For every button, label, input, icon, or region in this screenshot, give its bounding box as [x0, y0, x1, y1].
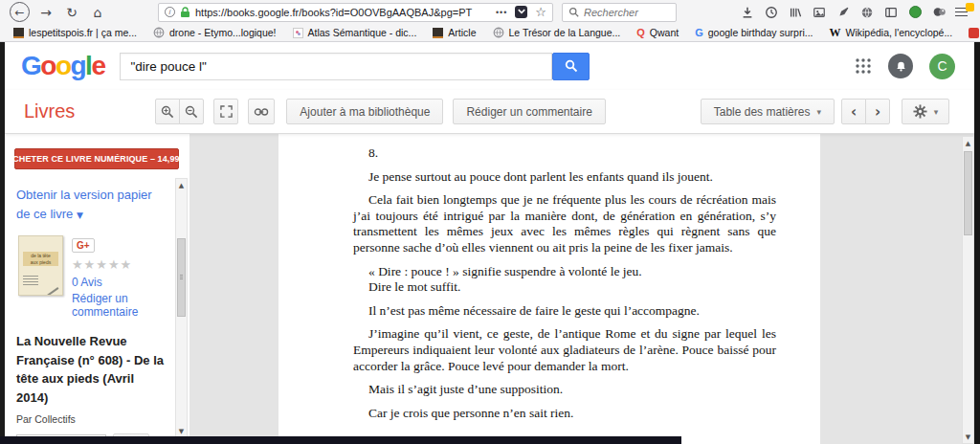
page-paragraph: « Dire : pouce ! » signifie suspendre à …: [353, 264, 776, 280]
bookmarks-bar: lespetitspois.fr | ça me... drone - Etym…: [0, 24, 980, 42]
settings-gear-button[interactable]: ▾: [902, 99, 949, 124]
bookmark-item[interactable]: Atlas Sémantique - dic...: [293, 27, 417, 38]
wikipedia-icon: W: [829, 26, 840, 40]
globe-extension-icon[interactable]: [859, 5, 875, 20]
site-info-icon[interactable]: i: [165, 7, 175, 17]
bookmark-item[interactable]: Du son pour vos proje...: [969, 27, 980, 38]
gear-icon: [913, 104, 927, 119]
bookmark-item[interactable]: QQwant: [636, 27, 679, 38]
window-bottom-edge: [0, 436, 681, 444]
triangle-down-icon: ▼: [77, 211, 83, 220]
scrollbar-thumb[interactable]: [177, 238, 186, 317]
globe-icon: [493, 27, 504, 38]
menu-icon[interactable]: [955, 5, 972, 20]
screenshot-extension-icon[interactable]: [812, 5, 827, 20]
add-to-library-button[interactable]: Ajouter à ma bibliothèque: [286, 99, 443, 124]
table-of-contents-dropdown[interactable]: Table des matières▾: [701, 99, 835, 124]
menu-badge: [966, 3, 974, 11]
buy-ebook-button[interactable]: ACHETER CE LIVRE NUMÉRIQUE – 14,99 €: [14, 148, 179, 169]
page-paragraph: Je pense surtout au pouce dont parlent l…: [353, 169, 776, 186]
sidebar-toggle-icon[interactable]: [883, 5, 899, 20]
library-icon[interactable]: [788, 5, 803, 20]
notes-extension-icon[interactable]: [835, 5, 851, 20]
main-area: ACHETER CE LIVRE NUMÉRIQUE – 14,99 € Obt…: [0, 134, 980, 444]
account-extension-icon[interactable]: [931, 5, 947, 20]
zoom-in-button[interactable]: [155, 99, 180, 124]
link-button[interactable]: [248, 99, 275, 124]
site-icon: [433, 28, 443, 38]
page-scrollbar[interactable]: ▲ ▼: [962, 136, 974, 444]
book-title: La Nouvelle Revue Française (n° 608) - D…: [16, 332, 165, 407]
bookmark-item[interactable]: WWikipédia, l'encyclopé...: [829, 26, 952, 40]
sidebar-scrollbar[interactable]: ▲ ▼: [175, 178, 188, 438]
home-button[interactable]: ⌂: [90, 6, 105, 19]
chevron-down-icon: ▾: [816, 107, 821, 117]
chevron-down-icon: ▾: [934, 107, 939, 117]
qwant-icon: Q: [636, 27, 645, 38]
site-icon: [13, 28, 24, 38]
search-icon: [568, 7, 579, 17]
gplus-share-button[interactable]: G+: [72, 238, 95, 253]
url-text[interactable]: https://books.google.fr/books?id=O0OVBgA…: [195, 7, 490, 18]
window-left-edge: [0, 42, 5, 444]
bookmark-item[interactable]: Article: [433, 27, 476, 38]
google-icon: G: [695, 27, 703, 38]
history-icon[interactable]: [764, 5, 779, 20]
page-actions-icon[interactable]: •••: [496, 8, 507, 17]
site-icon: [969, 28, 979, 38]
previous-page-button[interactable]: ‹: [841, 99, 866, 124]
rating-stars[interactable]: ★★★★★: [72, 258, 189, 271]
window-right-edge: [974, 42, 980, 444]
bookmark-item[interactable]: drone - Etymo...logique!: [153, 27, 276, 38]
bookmark-item[interactable]: lespetitspois.fr | ça me...: [13, 27, 137, 38]
lock-icon: [180, 7, 190, 18]
reload-button[interactable]: ↻: [64, 6, 79, 19]
google-header: Google C: [0, 42, 980, 90]
browser-toolbar: ← → ↻ ⌂ i https://books.google.fr/books?…: [0, 0, 980, 24]
book-author: Par Collectifs: [16, 413, 189, 425]
page-paragraph: Car je crois que personne n’en sait rien…: [353, 406, 776, 422]
bookmark-item[interactable]: Ggoogle birthday surpri...: [695, 27, 813, 38]
pocket-icon[interactable]: [515, 6, 527, 18]
forward-button[interactable]: →: [38, 6, 54, 19]
search-icon: [565, 59, 578, 73]
product-name[interactable]: Livres: [24, 100, 75, 122]
apps-grid-icon[interactable]: [855, 57, 872, 75]
page-paragraph: J’imagine qu’il vient, ce geste, de l’an…: [353, 326, 776, 374]
get-paper-version-link[interactable]: Obtenir la version papier de ce livre ▼: [16, 186, 162, 223]
cover-title: de la tête aux pieds: [23, 252, 58, 266]
scrollbar-thumb[interactable]: [964, 151, 972, 235]
zoom-out-button[interactable]: [179, 99, 204, 124]
book-info-sidebar: ACHETER CE LIVRE NUMÉRIQUE – 14,99 € Obt…: [5, 134, 189, 444]
download-icon[interactable]: [740, 5, 755, 20]
scroll-up-arrow[interactable]: ▲: [963, 137, 973, 149]
account-avatar[interactable]: C: [929, 54, 955, 79]
search-button[interactable]: [552, 53, 590, 80]
url-bar[interactable]: i https://books.google.fr/books?id=O0OVB…: [158, 3, 553, 22]
adblock-extension-icon[interactable]: [907, 5, 923, 20]
books-search-input[interactable]: [120, 53, 552, 80]
browser-search-input[interactable]: [584, 7, 664, 18]
scroll-down-arrow[interactable]: ▼: [963, 431, 973, 443]
books-toolbar: Livres Ajouter à ma bibliothèque Rédiger…: [0, 90, 980, 134]
google-logo[interactable]: Google: [21, 53, 104, 79]
quill-decoration: [47, 287, 58, 296]
browser-search-bar[interactable]: [562, 3, 677, 22]
notifications-bell-icon[interactable]: [888, 54, 913, 78]
page-paragraph: Cela fait bien longtemps que je ne fréqu…: [353, 192, 776, 255]
page-paragraph: Il n’est pas même nécessaire de faire le…: [353, 303, 776, 320]
next-page-button[interactable]: ›: [865, 99, 890, 124]
globe-icon: [153, 27, 165, 38]
back-button[interactable]: ←: [10, 2, 30, 22]
write-review-link[interactable]: Rédiger un commentaire: [72, 292, 189, 319]
fullscreen-button[interactable]: [213, 99, 238, 124]
scroll-up-arrow[interactable]: ▲: [176, 179, 187, 191]
write-review-button[interactable]: Rédiger un commentaire: [453, 99, 605, 124]
bookmark-item[interactable]: Le Trésor de la Langue...: [493, 27, 621, 38]
book-page: 8. Je pense surtout au pouce dont parlen…: [278, 134, 820, 444]
bookmark-star-icon[interactable]: ☆: [535, 5, 546, 19]
book-cover-thumbnail[interactable]: de la tête aux pieds: [18, 235, 63, 296]
site-icon: [293, 28, 303, 38]
page-paragraph: Dire le mot suffit.: [353, 279, 776, 296]
reviews-count-link[interactable]: 0 Avis: [72, 276, 189, 289]
